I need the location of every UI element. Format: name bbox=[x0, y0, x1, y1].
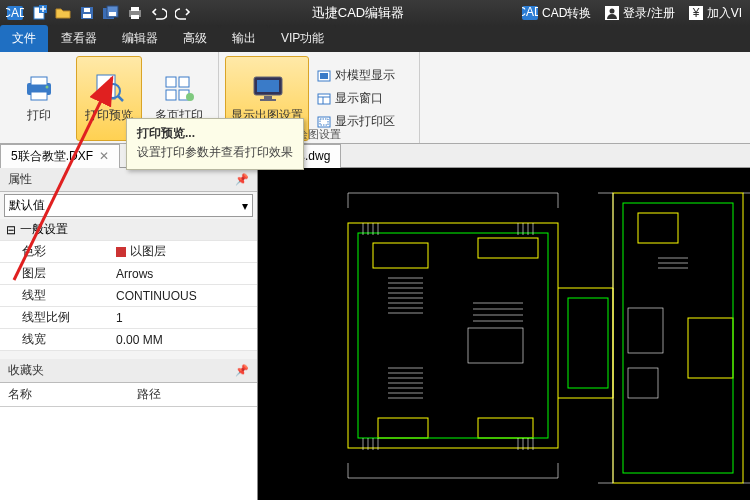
favorites-panel: 名称 路径 bbox=[0, 383, 257, 500]
show-model-button[interactable]: 对模型显示 bbox=[313, 65, 413, 86]
prop-row-linetype[interactable]: 线型CONTINUOUS bbox=[0, 285, 257, 307]
login-button[interactable]: 登录/注册 bbox=[601, 3, 678, 24]
side-panel: 属性📌 默认值▾ ⊟一般设置 色彩以图层 图层Arrows 线型CONTINUO… bbox=[0, 168, 258, 500]
drawing-canvas[interactable] bbox=[258, 168, 750, 500]
app-title: 迅捷CAD编辑器 bbox=[198, 4, 518, 22]
properties-header: 属性📌 bbox=[0, 168, 257, 192]
print-icon[interactable] bbox=[124, 3, 146, 23]
svg-rect-35 bbox=[320, 73, 328, 79]
svg-rect-23 bbox=[97, 75, 115, 99]
tab-editor[interactable]: 编辑器 bbox=[110, 25, 170, 52]
svg-rect-45 bbox=[638, 213, 678, 243]
ribbon-tabs: 文件 查看器 编辑器 高级 输出 VIP功能 bbox=[0, 26, 750, 52]
svg-rect-41 bbox=[373, 243, 428, 268]
color-chip bbox=[116, 247, 126, 257]
prop-row-layer[interactable]: 图层Arrows bbox=[0, 263, 257, 285]
svg-rect-21 bbox=[31, 92, 47, 100]
svg-rect-32 bbox=[264, 96, 272, 99]
svg-rect-39 bbox=[348, 223, 558, 448]
show-window-button[interactable]: 显示窗口 bbox=[313, 88, 413, 109]
svg-text:¥: ¥ bbox=[691, 6, 699, 20]
fav-col-name: 名称 bbox=[0, 383, 129, 406]
prop-row-color[interactable]: 色彩以图层 bbox=[0, 241, 257, 263]
cad-convert-button[interactable]: CADCAD转换 bbox=[518, 3, 595, 24]
titlebar: CAD 迅捷CAD编辑器 CADCAD转换 登录/注册 ¥加入VI bbox=[0, 0, 750, 26]
svg-rect-52 bbox=[628, 368, 658, 398]
svg-rect-51 bbox=[628, 308, 663, 353]
svg-rect-47 bbox=[358, 233, 548, 438]
quick-access-toolbar: CAD bbox=[0, 3, 198, 23]
svg-rect-5 bbox=[83, 14, 91, 18]
printer-icon bbox=[22, 73, 56, 103]
svg-rect-50 bbox=[468, 328, 523, 363]
svg-rect-36 bbox=[318, 94, 330, 104]
svg-point-16 bbox=[610, 9, 615, 14]
pin-icon[interactable]: 📌 bbox=[235, 173, 249, 186]
multipage-icon bbox=[162, 73, 196, 103]
print-preview-tooltip: 打印预览... 设置打印参数并查看打印效果 bbox=[126, 118, 304, 170]
svg-rect-6 bbox=[84, 8, 90, 12]
tab-output[interactable]: 输出 bbox=[220, 25, 268, 52]
svg-rect-27 bbox=[166, 90, 176, 100]
monitor-icon bbox=[250, 73, 284, 103]
close-icon[interactable]: ✕ bbox=[99, 149, 109, 163]
default-combo[interactable]: 默认值▾ bbox=[4, 194, 253, 217]
svg-rect-26 bbox=[179, 77, 189, 87]
svg-rect-25 bbox=[166, 77, 176, 87]
svg-text:CAD: CAD bbox=[6, 6, 24, 20]
magnifier-page-icon bbox=[92, 73, 126, 103]
svg-rect-12 bbox=[131, 15, 139, 19]
saveall-icon[interactable] bbox=[100, 3, 122, 23]
svg-rect-33 bbox=[260, 99, 276, 101]
model-icon bbox=[317, 70, 331, 82]
undo-icon[interactable] bbox=[148, 3, 170, 23]
svg-rect-42 bbox=[478, 238, 538, 258]
save-icon[interactable] bbox=[76, 3, 98, 23]
cad-logo-icon[interactable]: CAD bbox=[4, 3, 26, 23]
tab-viewer[interactable]: 查看器 bbox=[49, 25, 109, 52]
tab-advanced[interactable]: 高级 bbox=[171, 25, 219, 52]
print-button[interactable]: 打印 bbox=[6, 56, 72, 141]
svg-rect-9 bbox=[109, 12, 116, 16]
prop-row-lineweight[interactable]: 线宽0.00 MM bbox=[0, 329, 257, 351]
new-icon[interactable] bbox=[28, 3, 50, 23]
tab-vip[interactable]: VIP功能 bbox=[269, 25, 336, 52]
pin-icon[interactable]: 📌 bbox=[235, 364, 249, 377]
open-icon[interactable] bbox=[52, 3, 74, 23]
ribbon: 打印 打印预览 多页打印 显示出图设置 对模型显示 显示窗口 显示打印区 绘图设… bbox=[0, 52, 750, 144]
workspace: 属性📌 默认值▾ ⊟一般设置 色彩以图层 图层Arrows 线型CONTINUO… bbox=[0, 168, 750, 500]
svg-rect-46 bbox=[688, 318, 733, 378]
favorites-header: 收藏夹📌 bbox=[0, 359, 257, 383]
svg-rect-11 bbox=[131, 7, 139, 11]
svg-rect-49 bbox=[568, 298, 608, 388]
svg-point-22 bbox=[46, 86, 49, 89]
svg-text:CAD: CAD bbox=[522, 6, 538, 19]
titlebar-right: CADCAD转换 登录/注册 ¥加入VI bbox=[518, 3, 750, 24]
tab-file[interactable]: 文件 bbox=[0, 25, 48, 52]
svg-point-29 bbox=[186, 93, 194, 101]
redo-icon[interactable] bbox=[172, 3, 194, 23]
svg-rect-43 bbox=[378, 418, 428, 438]
join-vip-button[interactable]: ¥加入VI bbox=[685, 3, 746, 24]
svg-rect-44 bbox=[478, 418, 533, 438]
plotarea-icon bbox=[317, 116, 331, 128]
section-general[interactable]: ⊟一般设置 bbox=[0, 219, 257, 241]
doc-tab-1[interactable]: 5联合教堂.DXF✕ bbox=[0, 144, 120, 168]
prop-row-ltscale[interactable]: 线型比例1 bbox=[0, 307, 257, 329]
fav-col-path: 路径 bbox=[129, 383, 258, 406]
svg-rect-31 bbox=[257, 80, 279, 92]
chevron-down-icon: ▾ bbox=[242, 199, 248, 213]
document-tabs: 5联合教堂.DXF✕ 一字型衣柜内部结构设计图集.dwg bbox=[0, 144, 750, 168]
svg-rect-20 bbox=[31, 77, 47, 85]
window-icon bbox=[317, 93, 331, 105]
